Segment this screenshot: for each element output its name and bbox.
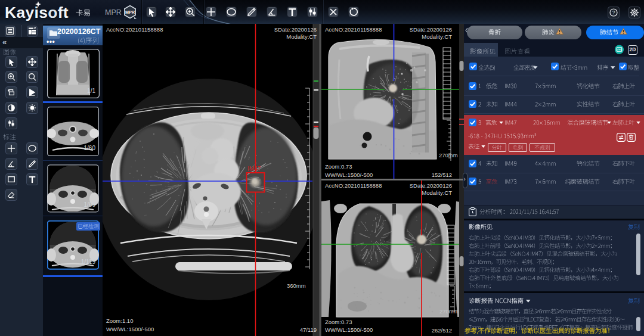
svg-text:?: ? — [612, 10, 615, 15]
svg-text:MPR: MPR — [125, 10, 135, 15]
